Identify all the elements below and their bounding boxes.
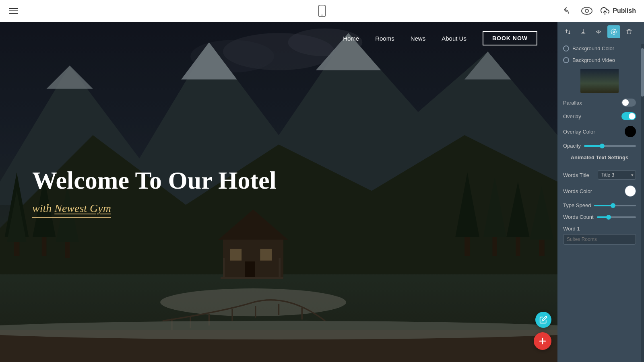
word1-label: Word 1 — [563, 226, 580, 232]
nav-about[interactable]: About Us — [442, 35, 466, 42]
bg-color-label: Background Color — [572, 45, 614, 51]
nav-news[interactable]: News — [411, 35, 426, 42]
overlay-color-row: Overlay Color — [563, 126, 636, 137]
trash-icon[interactable] — [623, 25, 636, 38]
svg-point-52 — [613, 31, 615, 33]
type-speed-slider[interactable] — [594, 205, 636, 206]
hero-subtitle-highlight: Newest Gym — [54, 202, 111, 214]
pencil-icon — [539, 316, 547, 324]
parallax-row: Parallax — [563, 99, 636, 107]
opacity-row: Opacity — [563, 143, 636, 149]
opacity-label: Opacity — [563, 143, 581, 149]
words-count-slider[interactable] — [597, 216, 636, 218]
topbar-right: Publish — [562, 5, 636, 16]
svg-rect-53 — [580, 69, 619, 93]
phone-preview-icon[interactable] — [316, 5, 328, 16]
upload-cloud-icon — [601, 6, 609, 15]
main-area: Home Rooms News About Us BOOK NOW Welcom… — [0, 22, 644, 362]
fab-edit-button[interactable] — [535, 312, 551, 328]
publish-label: Publish — [613, 7, 636, 14]
nav-rooms[interactable]: Rooms — [375, 35, 394, 42]
bg-video-radio[interactable] — [563, 57, 569, 63]
bg-thumbnail — [580, 69, 619, 93]
svg-point-2 — [582, 7, 592, 14]
words-color-label: Words Color — [563, 188, 592, 194]
fab-add-button[interactable] — [534, 332, 551, 350]
book-now-button[interactable]: BOOK NOW — [483, 31, 537, 45]
panel-content: Background Color Background Video — [557, 41, 644, 362]
panel-scrollbar-track — [641, 44, 644, 362]
thumbnail-scene — [580, 69, 619, 93]
words-count-label: Words Count — [563, 214, 594, 220]
word1-input[interactable] — [563, 234, 636, 245]
opacity-slider[interactable] — [584, 145, 636, 147]
bg-video-row: Background Video — [563, 57, 636, 63]
words-color-swatch[interactable] — [625, 185, 636, 197]
preview-icon[interactable] — [581, 5, 592, 16]
bg-video-label: Background Video — [572, 57, 615, 63]
settings-icon[interactable] — [607, 25, 620, 38]
svg-rect-59 — [580, 89, 619, 93]
parallax-toggle[interactable] — [621, 99, 636, 107]
overlay-toggle-knob — [629, 113, 635, 119]
publish-button[interactable]: Publish — [601, 6, 636, 15]
words-color-row: Words Color — [563, 185, 636, 197]
topbar-left — [8, 5, 19, 16]
animated-text-section: Animated Text Settings — [563, 154, 636, 165]
overlay-row: Overlay — [563, 112, 636, 120]
words-title-row: Words Title Title 3 Title 1 Title 2 — [563, 170, 636, 180]
canvas-area: Home Rooms News About Us BOOK NOW Welcom… — [0, 22, 557, 362]
hamburger-menu-button[interactable] — [8, 5, 19, 16]
overlay-label: Overlay — [563, 113, 581, 119]
bg-color-row: Background Color — [563, 45, 636, 51]
svg-marker-56 — [600, 73, 605, 77]
svg-point-3 — [585, 9, 588, 12]
side-panel: Background Color Background Video — [557, 22, 644, 362]
animated-text-title: Animated Text Settings — [571, 154, 629, 160]
svg-rect-57 — [594, 83, 603, 89]
words-title-select-wrapper: Title 3 Title 1 Title 2 — [598, 170, 636, 180]
topbar-center — [316, 5, 328, 16]
undo-icon[interactable] — [562, 5, 573, 16]
sort-icon[interactable] — [561, 25, 574, 38]
svg-marker-58 — [593, 80, 604, 84]
parallax-label: Parallax — [563, 100, 582, 106]
bg-color-radio[interactable] — [563, 45, 569, 51]
hero-text-block: Welcome To Our Hotel with Newest Gym — [32, 166, 277, 218]
hero-subtitle-prefix: with — [32, 202, 54, 214]
hero-title: Welcome To Our Hotel — [32, 166, 277, 193]
word1-row: Word 1 — [563, 226, 636, 245]
plus-icon — [538, 336, 547, 346]
svg-rect-50 — [581, 33, 586, 34]
nav-home[interactable]: Home — [343, 35, 359, 42]
parallax-toggle-knob — [622, 99, 629, 106]
words-count-row: Words Count — [563, 214, 636, 220]
type-speed-row: Type Speed — [563, 202, 636, 208]
svg-marker-55 — [586, 77, 590, 79]
panel-scrollbar-thumb[interactable] — [641, 48, 644, 97]
topbar: Publish — [0, 0, 644, 22]
svg-marker-54 — [580, 73, 619, 87]
words-title-label: Words Title — [563, 172, 589, 178]
overlay-color-label: Overlay Color — [563, 129, 595, 135]
svg-line-51 — [598, 30, 599, 33]
code-icon[interactable] — [592, 25, 605, 38]
hero-subtitle: with Newest Gym — [32, 202, 111, 218]
overlay-toggle[interactable] — [621, 112, 636, 120]
type-speed-label: Type Speed — [563, 202, 591, 208]
overlay-color-swatch[interactable] — [625, 126, 636, 137]
panel-toolbar — [557, 22, 644, 41]
site-nav: Home Rooms News About Us BOOK NOW — [0, 22, 557, 54]
words-title-select[interactable]: Title 3 Title 1 Title 2 — [598, 170, 636, 180]
download-icon[interactable] — [577, 25, 590, 38]
